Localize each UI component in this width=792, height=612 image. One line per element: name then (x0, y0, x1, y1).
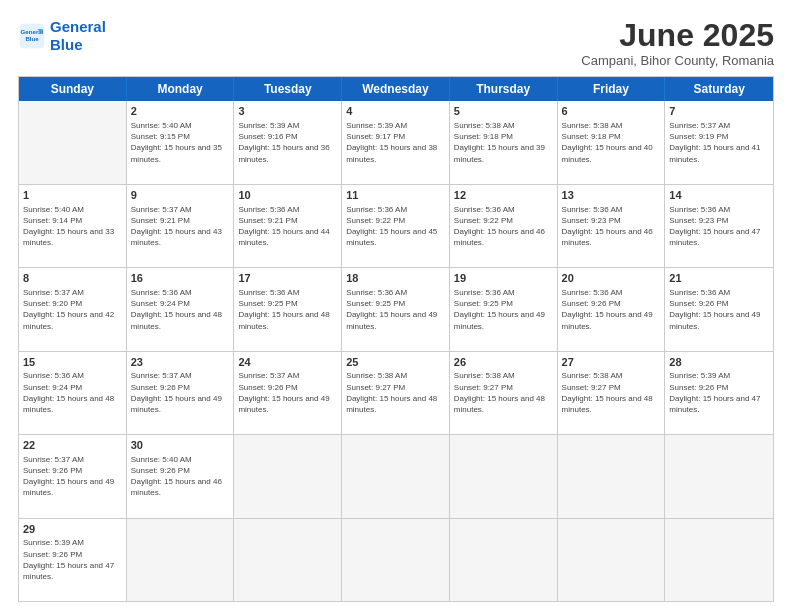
day-number: 28 (669, 355, 769, 370)
day-number: 10 (238, 188, 337, 203)
calendar-cell: 9Sunrise: 5:37 AMSunset: 9:21 PMDaylight… (127, 185, 235, 267)
day-number: 13 (562, 188, 661, 203)
calendar-cell: 29Sunrise: 5:39 AMSunset: 9:26 PMDayligh… (19, 519, 127, 601)
day-info: Sunrise: 5:38 AMSunset: 9:18 PMDaylight:… (454, 120, 553, 165)
calendar-cell: 6Sunrise: 5:38 AMSunset: 9:18 PMDaylight… (558, 101, 666, 183)
day-number: 11 (346, 188, 445, 203)
calendar-cell (665, 519, 773, 601)
day-info: Sunrise: 5:37 AMSunset: 9:26 PMDaylight:… (23, 454, 122, 499)
day-info: Sunrise: 5:38 AMSunset: 9:18 PMDaylight:… (562, 120, 661, 165)
calendar-cell: 27Sunrise: 5:38 AMSunset: 9:27 PMDayligh… (558, 352, 666, 434)
calendar-cell: 11Sunrise: 5:36 AMSunset: 9:22 PMDayligh… (342, 185, 450, 267)
day-number: 6 (562, 104, 661, 119)
calendar-cell: 15Sunrise: 5:36 AMSunset: 9:24 PMDayligh… (19, 352, 127, 434)
day-info: Sunrise: 5:37 AMSunset: 9:26 PMDaylight:… (238, 370, 337, 415)
day-number: 19 (454, 271, 553, 286)
day-number: 21 (669, 271, 769, 286)
day-number: 5 (454, 104, 553, 119)
calendar-cell (234, 435, 342, 517)
day-number: 20 (562, 271, 661, 286)
calendar-row-0: 2Sunrise: 5:40 AMSunset: 9:15 PMDaylight… (19, 101, 773, 183)
calendar-row-4: 22Sunrise: 5:37 AMSunset: 9:26 PMDayligh… (19, 434, 773, 517)
location: Campani, Bihor County, Romania (581, 53, 774, 68)
logo: General Blue General Blue (18, 18, 106, 54)
day-info: Sunrise: 5:36 AMSunset: 9:25 PMDaylight:… (346, 287, 445, 332)
day-info: Sunrise: 5:36 AMSunset: 9:23 PMDaylight:… (562, 204, 661, 249)
day-number: 14 (669, 188, 769, 203)
day-number: 15 (23, 355, 122, 370)
day-info: Sunrise: 5:38 AMSunset: 9:27 PMDaylight:… (454, 370, 553, 415)
day-number: 29 (23, 522, 122, 537)
calendar-cell: 7Sunrise: 5:37 AMSunset: 9:19 PMDaylight… (665, 101, 773, 183)
header: General Blue General Blue June 2025 Camp… (18, 18, 774, 68)
day-number: 8 (23, 271, 122, 286)
day-number: 7 (669, 104, 769, 119)
day-info: Sunrise: 5:37 AMSunset: 9:26 PMDaylight:… (131, 370, 230, 415)
day-number: 2 (131, 104, 230, 119)
day-info: Sunrise: 5:38 AMSunset: 9:27 PMDaylight:… (562, 370, 661, 415)
day-number: 30 (131, 438, 230, 453)
header-day-sunday: Sunday (19, 77, 127, 101)
day-number: 3 (238, 104, 337, 119)
day-info: Sunrise: 5:39 AMSunset: 9:17 PMDaylight:… (346, 120, 445, 165)
calendar-cell: 18Sunrise: 5:36 AMSunset: 9:25 PMDayligh… (342, 268, 450, 350)
logo-icon: General Blue (18, 22, 46, 50)
calendar-cell: 24Sunrise: 5:37 AMSunset: 9:26 PMDayligh… (234, 352, 342, 434)
calendar-row-3: 15Sunrise: 5:36 AMSunset: 9:24 PMDayligh… (19, 351, 773, 434)
calendar-row-1: 1Sunrise: 5:40 AMSunset: 9:14 PMDaylight… (19, 184, 773, 267)
month-title: June 2025 (581, 18, 774, 53)
calendar-body: 2Sunrise: 5:40 AMSunset: 9:15 PMDaylight… (19, 101, 773, 601)
logo-text: General Blue (50, 18, 106, 54)
calendar-cell: 26Sunrise: 5:38 AMSunset: 9:27 PMDayligh… (450, 352, 558, 434)
day-number: 1 (23, 188, 122, 203)
calendar-cell: 17Sunrise: 5:36 AMSunset: 9:25 PMDayligh… (234, 268, 342, 350)
calendar-header: SundayMondayTuesdayWednesdayThursdayFrid… (19, 77, 773, 101)
day-info: Sunrise: 5:40 AMSunset: 9:14 PMDaylight:… (23, 204, 122, 249)
calendar-cell (342, 519, 450, 601)
day-info: Sunrise: 5:36 AMSunset: 9:26 PMDaylight:… (562, 287, 661, 332)
day-info: Sunrise: 5:40 AMSunset: 9:15 PMDaylight:… (131, 120, 230, 165)
calendar-cell: 14Sunrise: 5:36 AMSunset: 9:23 PMDayligh… (665, 185, 773, 267)
header-day-friday: Friday (558, 77, 666, 101)
day-info: Sunrise: 5:36 AMSunset: 9:24 PMDaylight:… (131, 287, 230, 332)
calendar-cell: 8Sunrise: 5:37 AMSunset: 9:20 PMDaylight… (19, 268, 127, 350)
calendar-cell (450, 519, 558, 601)
day-number: 22 (23, 438, 122, 453)
day-number: 17 (238, 271, 337, 286)
day-info: Sunrise: 5:37 AMSunset: 9:19 PMDaylight:… (669, 120, 769, 165)
day-info: Sunrise: 5:37 AMSunset: 9:21 PMDaylight:… (131, 204, 230, 249)
calendar-cell: 23Sunrise: 5:37 AMSunset: 9:26 PMDayligh… (127, 352, 235, 434)
header-day-tuesday: Tuesday (234, 77, 342, 101)
title-block: June 2025 Campani, Bihor County, Romania (581, 18, 774, 68)
calendar-cell (558, 519, 666, 601)
calendar-cell: 20Sunrise: 5:36 AMSunset: 9:26 PMDayligh… (558, 268, 666, 350)
calendar-cell: 30Sunrise: 5:40 AMSunset: 9:26 PMDayligh… (127, 435, 235, 517)
calendar-cell: 2Sunrise: 5:40 AMSunset: 9:15 PMDaylight… (127, 101, 235, 183)
header-day-saturday: Saturday (665, 77, 773, 101)
calendar-cell: 19Sunrise: 5:36 AMSunset: 9:25 PMDayligh… (450, 268, 558, 350)
day-number: 27 (562, 355, 661, 370)
calendar-row-5: 29Sunrise: 5:39 AMSunset: 9:26 PMDayligh… (19, 518, 773, 601)
day-info: Sunrise: 5:39 AMSunset: 9:16 PMDaylight:… (238, 120, 337, 165)
header-day-monday: Monday (127, 77, 235, 101)
calendar-cell: 10Sunrise: 5:36 AMSunset: 9:21 PMDayligh… (234, 185, 342, 267)
calendar-cell (665, 435, 773, 517)
calendar-cell: 21Sunrise: 5:36 AMSunset: 9:26 PMDayligh… (665, 268, 773, 350)
day-number: 9 (131, 188, 230, 203)
day-info: Sunrise: 5:39 AMSunset: 9:26 PMDaylight:… (23, 537, 122, 582)
day-number: 12 (454, 188, 553, 203)
day-info: Sunrise: 5:37 AMSunset: 9:20 PMDaylight:… (23, 287, 122, 332)
calendar-row-2: 8Sunrise: 5:37 AMSunset: 9:20 PMDaylight… (19, 267, 773, 350)
calendar-cell: 4Sunrise: 5:39 AMSunset: 9:17 PMDaylight… (342, 101, 450, 183)
day-info: Sunrise: 5:36 AMSunset: 9:21 PMDaylight:… (238, 204, 337, 249)
calendar-cell (558, 435, 666, 517)
calendar: SundayMondayTuesdayWednesdayThursdayFrid… (18, 76, 774, 602)
logo-blue: Blue (50, 36, 83, 53)
day-info: Sunrise: 5:40 AMSunset: 9:26 PMDaylight:… (131, 454, 230, 499)
calendar-cell (450, 435, 558, 517)
calendar-cell: 22Sunrise: 5:37 AMSunset: 9:26 PMDayligh… (19, 435, 127, 517)
calendar-cell: 13Sunrise: 5:36 AMSunset: 9:23 PMDayligh… (558, 185, 666, 267)
calendar-cell: 3Sunrise: 5:39 AMSunset: 9:16 PMDaylight… (234, 101, 342, 183)
calendar-cell: 1Sunrise: 5:40 AMSunset: 9:14 PMDaylight… (19, 185, 127, 267)
day-info: Sunrise: 5:36 AMSunset: 9:26 PMDaylight:… (669, 287, 769, 332)
